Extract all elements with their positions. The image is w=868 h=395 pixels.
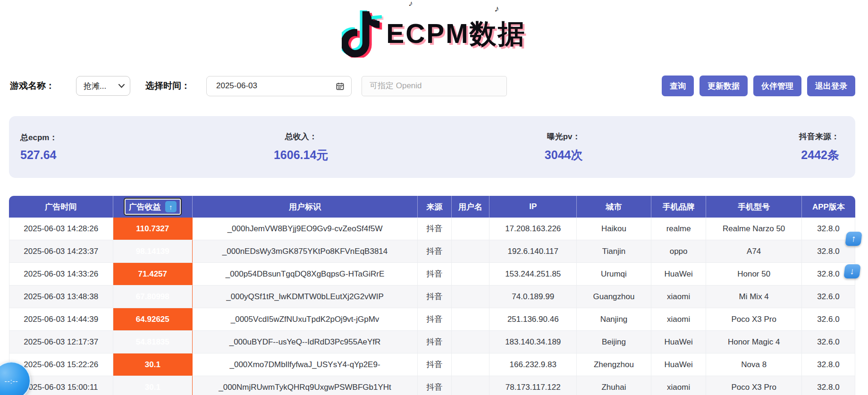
- cell-ip: 166.232.9.83: [489, 353, 577, 376]
- cell-city: Nanjing: [577, 308, 651, 331]
- table-row: 2025-06-03 14:33:2671.4257_000p54DBsunTg…: [9, 263, 855, 286]
- cell-source: 抖音: [418, 376, 452, 395]
- cell-openid: _000NmjRUwmTykQHRq9UxgwPSWBFGb1YHt: [193, 376, 418, 395]
- stat-value: 527.64: [20, 148, 57, 162]
- stat-douyin-source: 抖音来源： 2442条: [799, 131, 839, 163]
- cell-openid: _000Xmo7DMbIlfyfwaJ_USYsY4-qYp2E9-: [193, 353, 418, 376]
- calendar-icon: [336, 82, 345, 91]
- openid-input[interactable]: [362, 76, 507, 96]
- col-header-city: 城市: [577, 196, 651, 218]
- table-body: 2025-06-03 14:28:26110.7327_000hJemVW8BY…: [9, 218, 855, 395]
- col-header-time: 广告时间: [9, 196, 113, 218]
- cell-city: Tianjin: [577, 240, 651, 263]
- query-button[interactable]: 查询: [662, 76, 694, 96]
- sort-asc-icon: ↑: [165, 201, 177, 212]
- cell-ip: 74.0.189.99: [489, 286, 577, 308]
- date-picker-input[interactable]: 2025-06-03: [206, 76, 352, 96]
- cell-model: Mi Mix 4: [706, 286, 802, 308]
- chevron-down-icon: [118, 84, 125, 88]
- stat-label: 曝光pv：: [545, 131, 583, 142]
- update-data-button[interactable]: 更新数据: [699, 76, 748, 96]
- cell-model: Realme Narzo 50: [706, 218, 802, 240]
- stats-bar: 总ecpm： 527.64 总收入： 1606.14元 曝光pv： 3044次 …: [9, 116, 855, 178]
- partner-management-button[interactable]: 伙伴管理: [753, 76, 801, 96]
- table-header-row: 广告时间广告收益↑用户标识来源用户名IP城市手机品牌手机型号APP版本: [9, 196, 855, 218]
- cell-time: 2025-06-03 14:23:37: [9, 240, 113, 263]
- cell-username: [452, 218, 490, 240]
- cell-version: 32.8.0: [802, 353, 855, 376]
- filter-bar: 游戏名称： 抢滩... 选择时间： 2025-06-03 查询 更新数据 伙伴管…: [0, 76, 868, 96]
- page-title: ECPM数据: [386, 16, 526, 52]
- table-row: 2025-06-03 14:28:26110.7327_000hJemVW8BY…: [9, 218, 855, 240]
- cell-brand: xiaomi: [651, 308, 707, 331]
- down-arrow-icon: ↓: [849, 266, 855, 277]
- cell-source: 抖音: [418, 263, 452, 286]
- scroll-down-button[interactable]: ↓: [843, 264, 861, 278]
- stat-label: 抖音来源：: [799, 131, 839, 142]
- cell-brand: realme: [651, 218, 707, 240]
- cell-revenue: 64.92625: [113, 308, 193, 331]
- cell-source: 抖音: [418, 286, 452, 308]
- cell-source: 抖音: [418, 240, 452, 263]
- logout-button[interactable]: 退出登录: [807, 76, 855, 96]
- col-header-source: 来源: [418, 196, 452, 218]
- up-arrow-icon: ↑: [851, 234, 856, 244]
- stat-total-ecpm: 总ecpm： 527.64: [20, 132, 57, 162]
- cell-revenue: 54.81835: [113, 331, 193, 353]
- table-row: 2025-06-03 15:22:2630.1_000Xmo7DMbIlfyfw…: [9, 353, 855, 376]
- cell-username: [452, 263, 490, 286]
- app-header: ECPM数据: [0, 0, 868, 58]
- ecpm-data-table: 广告时间广告收益↑用户标识来源用户名IP城市手机品牌手机型号APP版本 2025…: [9, 196, 855, 395]
- col-header-brand: 手机品牌: [651, 196, 707, 218]
- cell-revenue: 30.1: [113, 376, 193, 395]
- cell-version: 32.6.0: [802, 331, 855, 353]
- date-value: 2025-06-03: [216, 81, 257, 91]
- table-row: 2025-06-03 14:44:3964.92625_0005VcdI5wZf…: [9, 308, 855, 331]
- stat-value: 1606.14元: [274, 147, 328, 163]
- scroll-up-button[interactable]: ↑: [845, 232, 862, 246]
- cell-brand: HuaWei: [651, 353, 707, 376]
- cell-time: 2025-06-03 14:28:26: [9, 218, 113, 240]
- col-header-version: APP版本: [802, 196, 855, 218]
- cell-revenue: 67.80998: [113, 286, 193, 308]
- col-header-openid: 用户标识: [193, 196, 418, 218]
- table-row: 2025-06-03 15:00:1130.1_000NmjRUwmTykQHR…: [9, 376, 855, 395]
- cell-username: [452, 308, 490, 331]
- game-name-label: 游戏名称：: [10, 80, 55, 92]
- cell-ip: 153.244.251.85: [489, 263, 577, 286]
- col-header-revenue[interactable]: 广告收益↑: [113, 196, 193, 218]
- game-select[interactable]: 抢滩...: [76, 76, 130, 96]
- cell-username: [452, 353, 490, 376]
- revenue-sort-button[interactable]: 广告收益↑: [124, 198, 182, 216]
- cell-source: 抖音: [418, 353, 452, 376]
- cell-ip: 78.173.117.122: [489, 376, 577, 395]
- stat-exposure-pv: 曝光pv： 3044次: [545, 131, 583, 163]
- cell-username: [452, 240, 490, 263]
- cell-ip: 251.136.90.46: [489, 308, 577, 331]
- cell-source: 抖音: [418, 308, 452, 331]
- cell-city: Beijing: [577, 331, 651, 353]
- cell-openid: _000uBYDF--usYeQ--IdRdD3Pc955AeYfR: [193, 331, 418, 353]
- cell-city: Guangzhou: [577, 286, 651, 308]
- cell-brand: oppo: [651, 240, 707, 263]
- cell-revenue: 71.4257: [113, 263, 193, 286]
- stat-total-income: 总收入： 1606.14元: [274, 131, 328, 163]
- table-row: 2025-06-03 12:17:3754.81835_000uBYDF--us…: [9, 331, 855, 353]
- col-header-ip: IP: [489, 196, 577, 218]
- cell-city: Urumqi: [577, 263, 651, 286]
- cell-time: 2025-06-03 14:44:39: [9, 308, 113, 331]
- cell-openid: _000p54DBsunTgqDQ8XgBqpsG-HTaGiRrE: [193, 263, 418, 286]
- cell-revenue: 98.14139: [113, 240, 193, 263]
- cell-time: 2025-06-03 12:17:37: [9, 331, 113, 353]
- select-time-label: 选择时间：: [145, 80, 190, 92]
- table-row: 2025-06-03 13:48:3867.80998_000yQSf1tR_l…: [9, 286, 855, 308]
- cell-source: 抖音: [418, 331, 452, 353]
- cell-model: Honor 50: [706, 263, 802, 286]
- cell-ip: 17.208.163.226: [489, 218, 577, 240]
- stat-label: 总ecpm：: [20, 132, 57, 143]
- stat-value: 3044次: [545, 147, 583, 163]
- cell-openid: _000hJemVW8BYjj9EO9Gv9-cvZeoSf4f5W: [193, 218, 418, 240]
- stat-label: 总收入：: [274, 131, 328, 142]
- col-header-model: 手机型号: [706, 196, 802, 218]
- cell-username: [452, 286, 490, 308]
